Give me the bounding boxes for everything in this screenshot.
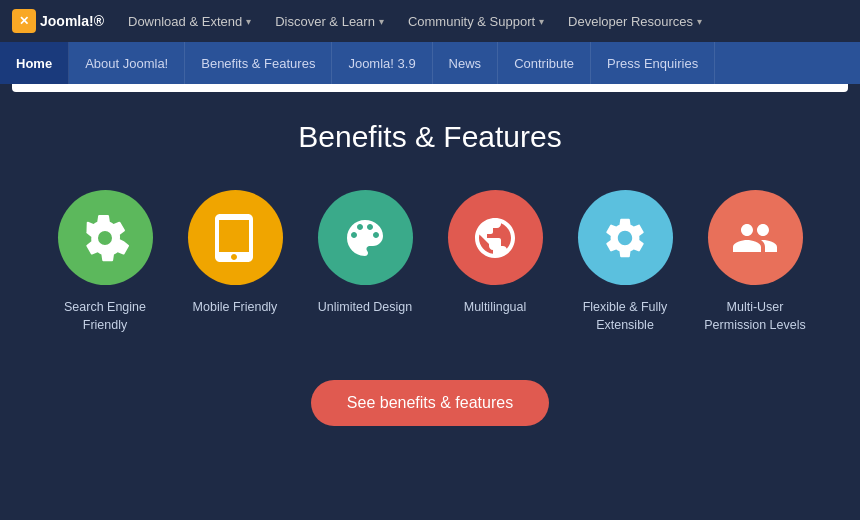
feature-multilingual: Multilingual <box>440 190 550 334</box>
nav-benefits[interactable]: Benefits & Features <box>185 42 332 84</box>
nav-press[interactable]: Press Enquiries <box>591 42 715 84</box>
design-label: Unlimited Design <box>318 299 412 317</box>
top-nav-community[interactable]: Community & Support ▾ <box>398 8 554 35</box>
decorative-bar <box>12 84 848 92</box>
gear-icon <box>81 214 129 262</box>
cog-icon <box>601 214 649 262</box>
nav-news[interactable]: News <box>433 42 499 84</box>
top-nav-download[interactable]: Download & Extend ▾ <box>118 8 261 35</box>
chevron-down-icon: ▾ <box>379 16 384 27</box>
top-nav-discover[interactable]: Discover & Learn ▾ <box>265 8 394 35</box>
top-nav: ✕ Joomla!® Download & Extend ▾ Discover … <box>0 0 860 42</box>
palette-icon <box>341 214 389 262</box>
nav-home[interactable]: Home <box>0 42 69 84</box>
logo[interactable]: ✕ Joomla!® <box>12 9 104 33</box>
multilingual-label: Multilingual <box>464 299 527 317</box>
nav-joomla39[interactable]: Joomla! 3.9 <box>332 42 432 84</box>
mobile-circle <box>188 190 283 285</box>
nav-about[interactable]: About Joomla! <box>69 42 185 84</box>
main-content: Benefits & Features Search Engine Friend… <box>0 92 860 446</box>
cta-button[interactable]: See benefits & features <box>311 380 549 426</box>
multilingual-circle <box>448 190 543 285</box>
flexible-circle <box>578 190 673 285</box>
chevron-down-icon: ▾ <box>246 16 251 27</box>
tablet-icon <box>211 214 259 262</box>
features-row: Search Engine Friendly Mobile Friendly U… <box>50 190 810 334</box>
flexible-label: Flexible & Fully Extensible <box>570 299 680 334</box>
logo-text: Joomla!® <box>40 13 104 29</box>
main-nav: Home About Joomla! Benefits & Features J… <box>0 42 860 84</box>
nav-contribute[interactable]: Contribute <box>498 42 591 84</box>
seo-circle <box>58 190 153 285</box>
multiuser-label: Multi-User Permission Levels <box>700 299 810 334</box>
feature-multiuser: Multi-User Permission Levels <box>700 190 810 334</box>
seo-label: Search Engine Friendly <box>50 299 160 334</box>
users-icon <box>731 214 779 262</box>
chevron-down-icon: ▾ <box>697 16 702 27</box>
design-circle <box>318 190 413 285</box>
feature-seo: Search Engine Friendly <box>50 190 160 334</box>
mobile-label: Mobile Friendly <box>193 299 278 317</box>
multiuser-circle <box>708 190 803 285</box>
logo-icon: ✕ <box>12 9 36 33</box>
chevron-down-icon: ▾ <box>539 16 544 27</box>
feature-mobile: Mobile Friendly <box>180 190 290 334</box>
globe-icon <box>471 214 519 262</box>
feature-flexible: Flexible & Fully Extensible <box>570 190 680 334</box>
feature-design: Unlimited Design <box>310 190 420 334</box>
page-title: Benefits & Features <box>298 120 561 154</box>
top-nav-developer[interactable]: Developer Resources ▾ <box>558 8 712 35</box>
